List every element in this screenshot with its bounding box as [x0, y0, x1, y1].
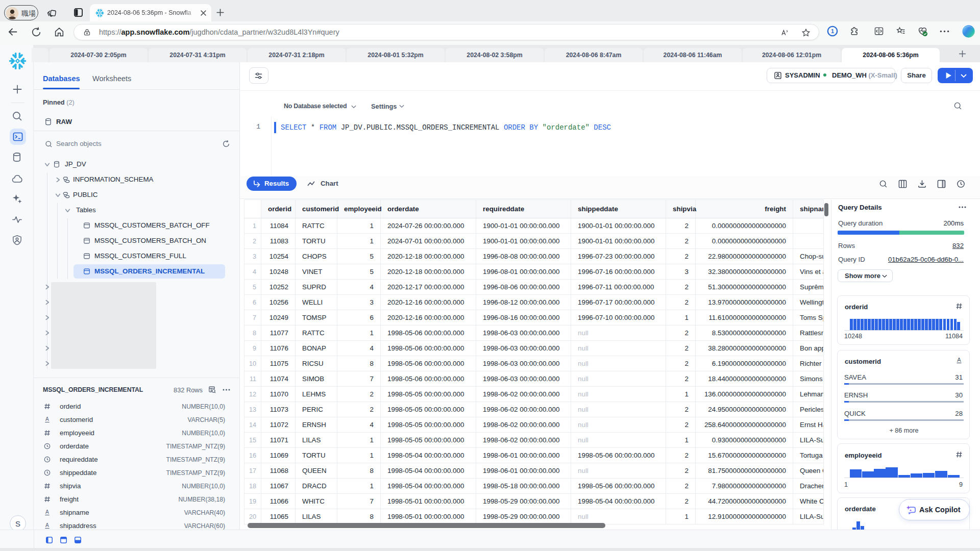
- svg-text:1: 1: [831, 28, 834, 34]
